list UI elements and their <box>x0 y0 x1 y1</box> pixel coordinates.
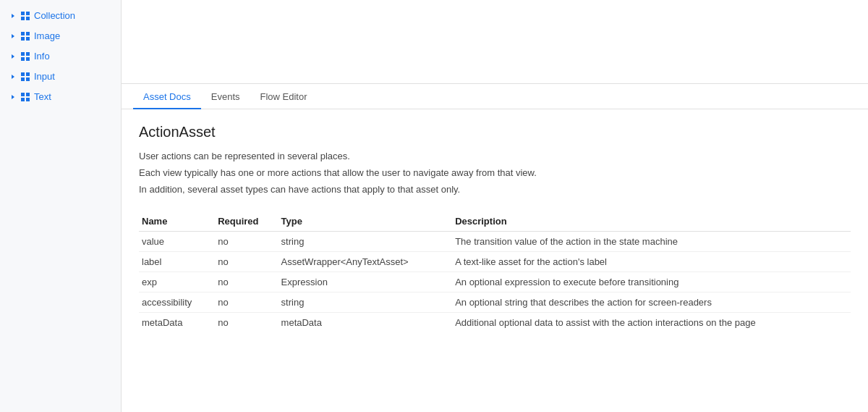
preview-area <box>122 0 868 84</box>
sidebar-item-label-text: Text <box>34 90 51 104</box>
sidebar-item-label-image: Image <box>34 29 60 43</box>
svg-rect-17 <box>26 72 30 76</box>
cell-required: no <box>218 293 281 313</box>
svg-rect-8 <box>21 37 25 41</box>
cell-name: metaData <box>139 313 218 333</box>
col-header-type: Type <box>281 211 456 232</box>
svg-rect-16 <box>21 72 25 76</box>
svg-marker-20 <box>12 95 14 99</box>
cell-type[interactable]: metaData <box>281 313 456 333</box>
grid-icon-input <box>20 72 30 82</box>
page-title: ActionAsset <box>139 124 851 140</box>
col-header-description: Description <box>455 211 851 232</box>
sidebar-item-collection[interactable]: Collection <box>0 6 121 26</box>
chevron-right-icon-image <box>9 32 17 41</box>
description-block: User actions can be represented in sever… <box>139 149 851 197</box>
svg-rect-2 <box>26 12 30 15</box>
tab-asset-docs[interactable]: Asset Docs <box>133 84 201 109</box>
cell-description: An optional string that describes the ac… <box>455 293 851 313</box>
sidebar-item-label-info: Info <box>34 49 50 64</box>
tab-bar: Asset Docs Events Flow Editor <box>122 84 868 109</box>
svg-rect-11 <box>21 52 25 56</box>
content-area: ActionAsset User actions can be represen… <box>122 109 868 412</box>
properties-table: Name Required Type Description valuenost… <box>139 211 851 332</box>
cell-description: A text-like asset for the action's label <box>455 252 851 272</box>
table-row: valuenostringThe transition value of the… <box>139 232 851 252</box>
cell-type: string <box>281 293 456 313</box>
table-row: accessibilitynostringAn optional string … <box>139 293 851 313</box>
chevron-right-icon-text <box>9 93 17 101</box>
svg-rect-18 <box>21 77 25 81</box>
sidebar-item-image[interactable]: Image <box>0 26 121 46</box>
cell-required: no <box>218 252 281 272</box>
cell-required: no <box>218 313 281 333</box>
svg-rect-21 <box>21 93 25 96</box>
main-area: Asset Docs Events Flow Editor ActionAsse… <box>122 0 868 412</box>
cell-type: string <box>281 232 456 252</box>
tab-events[interactable]: Events <box>201 84 250 109</box>
col-header-name: Name <box>139 211 218 232</box>
sidebar-item-input[interactable]: Input <box>0 67 121 87</box>
chevron-right-icon-input <box>9 72 17 81</box>
svg-rect-19 <box>26 77 30 81</box>
sidebar-item-text[interactable]: Text <box>0 87 121 107</box>
svg-marker-0 <box>12 14 14 18</box>
sidebar-item-label-input: Input <box>34 70 55 84</box>
svg-rect-3 <box>21 17 25 20</box>
svg-marker-10 <box>12 54 14 59</box>
cell-name: value <box>139 232 218 252</box>
svg-rect-1 <box>21 12 25 15</box>
svg-rect-22 <box>26 93 30 96</box>
cell-name: exp <box>139 272 218 293</box>
cell-description: An optional expression to execute before… <box>455 272 851 293</box>
table-row: metaDatanometaDataAdditional optional da… <box>139 313 851 333</box>
svg-rect-14 <box>26 57 30 61</box>
svg-rect-23 <box>21 98 25 101</box>
cell-description: Additional optional data to assist with … <box>455 313 851 333</box>
sidebar: Collection Image Info <box>0 0 122 412</box>
grid-icon-text <box>20 92 30 102</box>
col-header-required: Required <box>218 211 281 232</box>
svg-rect-6 <box>21 32 25 35</box>
cell-required: no <box>218 232 281 252</box>
svg-rect-7 <box>26 32 30 35</box>
sidebar-item-label-collection: Collection <box>34 9 75 23</box>
svg-rect-12 <box>26 52 30 56</box>
grid-icon-image <box>20 31 30 41</box>
tab-flow-editor[interactable]: Flow Editor <box>250 84 318 109</box>
svg-rect-9 <box>26 37 30 41</box>
table-row: labelnoAssetWrapper<AnyTextAsset>A text-… <box>139 252 851 272</box>
svg-marker-15 <box>12 75 14 79</box>
description-line-3: In addition, several asset types can hav… <box>139 182 851 198</box>
cell-type: AssetWrapper<AnyTextAsset> <box>281 252 456 272</box>
grid-icon-collection <box>20 11 30 21</box>
svg-rect-24 <box>26 98 30 101</box>
chevron-right-icon <box>9 12 17 20</box>
cell-description: The transition value of the action in th… <box>455 232 851 252</box>
chevron-right-icon-info <box>9 52 17 61</box>
description-line-2: Each view typically has one or more acti… <box>139 166 851 181</box>
cell-type: Expression <box>281 272 456 293</box>
sidebar-item-info[interactable]: Info <box>0 46 121 67</box>
grid-icon-info <box>20 51 30 62</box>
table-row: expnoExpressionAn optional expression to… <box>139 272 851 293</box>
description-line-1: User actions can be represented in sever… <box>139 149 851 164</box>
cell-name: accessibility <box>139 293 218 313</box>
svg-rect-13 <box>21 57 25 61</box>
svg-rect-4 <box>26 17 30 20</box>
svg-marker-5 <box>12 34 14 38</box>
cell-required: no <box>218 272 281 293</box>
cell-name: label <box>139 252 218 272</box>
